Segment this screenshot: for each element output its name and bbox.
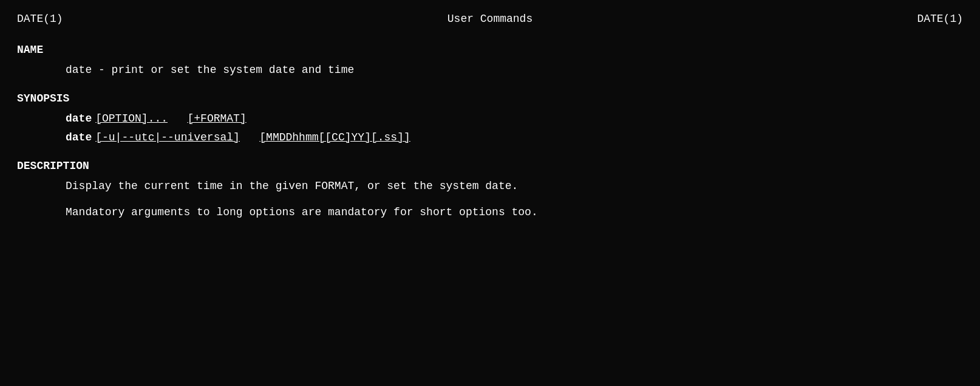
header-right: DATE(1) (917, 11, 963, 27)
name-section: NAME date - print or set the system date… (17, 42, 963, 78)
synopsis-option-1: [OPTION]... (95, 112, 168, 125)
synopsis-option-2: [-u|--utc|--universal] (95, 131, 240, 143)
description-section: DESCRIPTION Display the current time in … (17, 158, 963, 221)
synopsis-line2-rest: [-u|--utc|--universal] [MMDDhhmm[[CC]YY]… (95, 129, 410, 146)
header-center: User Commands (447, 11, 533, 27)
synopsis-cmd-1: date (66, 111, 92, 127)
description-text-1: Display the current time in the given FO… (66, 178, 963, 195)
synopsis-title: SYNOPSIS (17, 91, 963, 107)
description-text-2: Mandatory arguments to long options are … (66, 204, 963, 221)
synopsis-section: SYNOPSIS date [OPTION]... [+FORMAT] date… (17, 91, 963, 146)
description-title: DESCRIPTION (17, 158, 963, 174)
synopsis-line-1: date [OPTION]... [+FORMAT] (66, 111, 963, 127)
name-title: NAME (17, 42, 963, 58)
synopsis-line1-rest: [OPTION]... [+FORMAT] (95, 111, 246, 127)
description-para-2: Mandatory arguments to long options are … (17, 204, 963, 221)
synopsis-line-2: date [-u|--utc|--universal] [MMDDhhmm[[C… (66, 129, 963, 146)
header-left: DATE(1) (17, 11, 63, 27)
description-para-1: Display the current time in the given FO… (17, 178, 963, 195)
synopsis-space-2 (247, 131, 253, 143)
synopsis-cmd-2: date (66, 129, 92, 146)
synopsis-format-2: [MMDDhhmm[[CC]YY][.ss]] (259, 131, 410, 143)
name-content: date - print or set the system date and … (17, 62, 963, 78)
synopsis-format-1: [+FORMAT] (187, 112, 246, 125)
man-page-header: DATE(1) User Commands DATE(1) (17, 11, 963, 27)
synopsis-content: date [OPTION]... [+FORMAT] date [-u|--ut… (17, 111, 963, 146)
synopsis-space-1 (174, 112, 181, 125)
